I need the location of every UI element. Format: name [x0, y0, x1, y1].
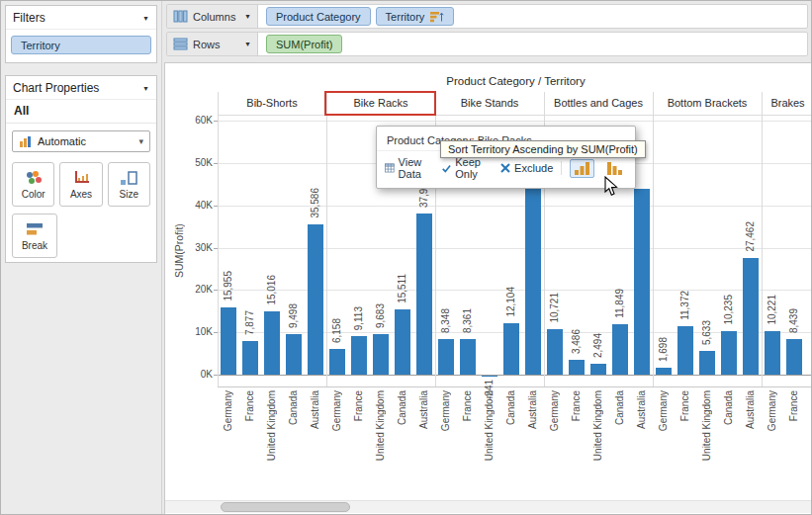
view-data-button[interactable]: View Data: [385, 156, 434, 180]
bar[interactable]: [634, 189, 650, 375]
exclude-button[interactable]: Exclude: [500, 162, 553, 174]
column-header[interactable]: Bottom Brackets: [653, 94, 762, 112]
filter-pill-label: Territory: [21, 40, 60, 51]
properties-button-row: Color Axes Size: [6, 159, 156, 211]
panel-divider: [762, 92, 763, 386]
bar[interactable]: [503, 323, 519, 375]
bar[interactable]: [329, 349, 345, 375]
columns-shelf[interactable]: Columns ▼ Product Category Territory: [166, 4, 808, 29]
bar[interactable]: [569, 360, 585, 375]
bar[interactable]: [743, 258, 759, 375]
bar-value-label: 35,586: [309, 188, 322, 218]
bar[interactable]: [286, 334, 302, 375]
horizontal-scrollbar[interactable]: [165, 500, 811, 513]
filters-title: Filters: [13, 11, 45, 25]
pill-sum-profit[interactable]: SUM(Profit): [266, 35, 342, 53]
size-button[interactable]: Size: [108, 162, 150, 207]
x-tick-label: France: [787, 390, 801, 421]
x-tick-label: France: [678, 390, 692, 421]
bar-value-label: 9,498: [287, 303, 301, 328]
bar[interactable]: [656, 368, 672, 375]
app-window: Filters ▼ Territory Chart Properties ▼ A…: [0, 0, 812, 515]
color-icon: [25, 170, 43, 186]
bar[interactable]: [547, 329, 563, 375]
bar[interactable]: [308, 224, 323, 375]
caret-down-icon[interactable]: ▼: [244, 13, 251, 20]
panel-divider: [218, 92, 219, 386]
rows-shelf-text: Rows: [193, 39, 221, 50]
x-tick-label: Germany: [330, 390, 344, 431]
chart-properties-panel: Chart Properties ▼ All Automatic ▾ Color: [5, 75, 157, 263]
bar[interactable]: [765, 331, 780, 375]
columns-shelf-label[interactable]: Columns ▼: [167, 5, 258, 28]
rows-shelf[interactable]: Rows ▼ SUM(Profit): [166, 32, 808, 56]
bar[interactable]: [786, 339, 802, 375]
bar[interactable]: [677, 326, 693, 375]
shelves: Columns ▼ Product Category Territory Row…: [164, 1, 811, 62]
bar[interactable]: [460, 339, 476, 375]
bar[interactable]: [416, 214, 432, 375]
bar-value-label: 11,372: [678, 291, 692, 320]
scrollbar-thumb[interactable]: [221, 502, 350, 512]
chart-properties-header[interactable]: Chart Properties ▼: [6, 76, 156, 100]
bar[interactable]: [221, 307, 236, 375]
caret-down-icon[interactable]: ▼: [142, 15, 149, 22]
bar[interactable]: [612, 324, 628, 375]
pill-label: SUM(Profit): [276, 39, 332, 50]
bar[interactable]: [242, 341, 258, 375]
y-tick-label: 40K: [183, 200, 213, 211]
column-header[interactable]: Brakes: [762, 94, 811, 112]
bar[interactable]: [525, 180, 541, 375]
axes-button-label: Axes: [70, 189, 92, 200]
view-data-icon: [385, 162, 395, 174]
bar-value-label: 11,849: [613, 289, 627, 318]
caret-down-icon[interactable]: ▼: [244, 41, 251, 47]
color-button[interactable]: Color: [12, 162, 54, 207]
view-data-label: View Data: [399, 156, 435, 180]
bar[interactable]: [699, 351, 715, 375]
filters-panel-header[interactable]: Filters ▼: [6, 6, 156, 30]
pill-territory[interactable]: Territory: [376, 7, 455, 26]
sort-descending-button[interactable]: [602, 159, 627, 178]
x-tick-label: France: [570, 390, 584, 421]
bar-value-label: 6,158: [330, 318, 344, 343]
check-icon: [442, 163, 451, 174]
filter-pill-territory[interactable]: Territory: [11, 36, 151, 54]
columns-icon: [173, 10, 188, 23]
chevron-down-icon: ▾: [138, 136, 143, 146]
bar-value-label: 3,486: [570, 329, 584, 354]
gridline: [218, 121, 811, 122]
bar-value-label: 15,016: [265, 275, 279, 305]
axes-button[interactable]: Axes: [59, 162, 102, 207]
bar-value-label: 9,113: [352, 306, 366, 330]
rows-shelf-label[interactable]: Rows ▼: [167, 33, 258, 55]
bar[interactable]: [721, 331, 737, 375]
x-tick-label: France: [352, 390, 366, 421]
bar[interactable]: [438, 339, 454, 375]
bar[interactable]: [395, 309, 410, 375]
column-header[interactable]: Bib-Shorts: [218, 94, 326, 112]
column-header[interactable]: Bottles and Cages: [544, 94, 653, 112]
bar[interactable]: [590, 364, 606, 375]
break-button-label: Break: [22, 240, 47, 251]
sort-ascending-button[interactable]: [570, 159, 594, 178]
bar-value-label: 10,221: [766, 295, 779, 325]
keep-only-label: Keep Only: [455, 156, 493, 180]
bar[interactable]: [264, 311, 280, 375]
x-tick-label: United Kingdom: [591, 390, 605, 461]
column-header[interactable]: Bike Stands: [435, 94, 544, 112]
sidebar: Filters ▼ Territory Chart Properties ▼ A…: [1, 1, 162, 514]
bar[interactable]: [351, 336, 367, 375]
pill-product-category[interactable]: Product Category: [266, 7, 371, 26]
break-button[interactable]: Break: [12, 214, 57, 258]
caret-down-icon[interactable]: ▼: [142, 85, 149, 92]
x-tick-label: Australia: [417, 390, 431, 429]
bar[interactable]: [373, 334, 389, 375]
bar-value-label: 10,721: [548, 293, 562, 323]
bar-value-label: 8,348: [439, 308, 453, 333]
keep-only-button[interactable]: Keep Only: [442, 156, 493, 180]
x-tick-label: United Kingdom: [483, 390, 496, 461]
mark-type-value: Automatic: [38, 135, 86, 147]
bar[interactable]: [482, 376, 497, 377]
mark-type-dropdown[interactable]: Automatic ▾: [12, 130, 150, 152]
